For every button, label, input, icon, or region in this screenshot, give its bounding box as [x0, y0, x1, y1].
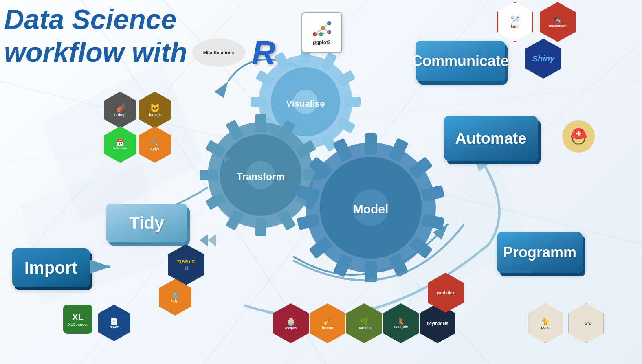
ggplot2-box: ggplot2 — [301, 12, 342, 53]
rsample-label: rsample — [394, 325, 408, 329]
xlconnect-icon: XL XLConnect — [63, 305, 92, 334]
svg-rect-19 — [344, 97, 361, 107]
ggplot2-label: ggplot2 — [313, 39, 330, 45]
helmet-icon: ⛑️ — [569, 128, 588, 145]
broom-icon: 🧹 — [323, 317, 332, 326]
rmarkdown-icon: ✒️ — [554, 16, 562, 24]
tidymodels-label: tidymodels — [427, 321, 449, 326]
stringr-label: stringr — [114, 113, 126, 117]
dplyr-icon: 🔧 — [151, 139, 159, 147]
forcats-label: forcats — [149, 113, 161, 117]
title-workflow-text: workflow with — [4, 37, 187, 68]
programm-box: Programm — [497, 232, 583, 273]
parsnip-icon: 🌿 — [360, 317, 369, 326]
automate-box: Automate — [444, 116, 538, 161]
lubridate-label: lubridate — [113, 147, 127, 150]
title-line1: Data Science — [4, 4, 275, 35]
tibble-label-top: TIBBLE — [177, 259, 196, 264]
page-title: Data Science workflow with MiraiSolution… — [4, 4, 275, 70]
knitr-icon: 🪡 — [510, 15, 519, 24]
r-logo: R — [252, 35, 276, 70]
tidyr-label: tidyr — [171, 298, 179, 303]
xlconnect-label: XLConnect — [68, 322, 88, 327]
yardstick-label: yardstick — [437, 291, 455, 295]
readr-label: readr — [110, 325, 119, 329]
knitr-label: knitr — [511, 24, 519, 29]
readr-icon: 📄 — [110, 317, 118, 325]
rsample-icon: 👢 — [398, 318, 405, 325]
taskscheduler-icon: ⛑️ — [562, 120, 595, 153]
svg-line-76 — [323, 28, 329, 32]
pipe-label: |>% — [581, 320, 591, 327]
svg-text:Visualise: Visualise — [286, 99, 325, 109]
title-line2: workflow with MiraiSolutions R — [4, 35, 275, 70]
mirai-logo: MiraiSolutions — [192, 38, 245, 67]
ggplot2-icon — [311, 20, 333, 38]
dplyr-label: dplyr — [150, 147, 159, 151]
svg-rect-32 — [255, 114, 266, 132]
svg-rect-48 — [365, 133, 377, 154]
svg-text:Transform: Transform — [237, 171, 284, 182]
import-box: Import — [12, 248, 90, 287]
svg-rect-38 — [255, 218, 266, 236]
tidyr-icon: ⚙️ — [172, 292, 179, 298]
lubridate-icon: 📅 — [116, 139, 124, 147]
tidy-box: Tidy — [106, 204, 187, 242]
stringr-icon: 🎻 — [115, 103, 125, 113]
tibble-icon: |||| — [184, 266, 188, 270]
svg-rect-25 — [251, 97, 267, 107]
shiny-label: Shiny — [532, 54, 554, 64]
purrr-label: purrr — [541, 325, 550, 329]
parsnip-label: parsnip — [358, 326, 371, 330]
svg-line-73 — [323, 23, 329, 28]
svg-rect-41 — [200, 170, 218, 180]
communicate-box: Communicate — [416, 41, 505, 81]
broom-label: broom — [322, 326, 333, 330]
purrr-icon: 🐈 — [541, 318, 550, 325]
rmarkdown-label: rmarkdown — [549, 24, 566, 28]
recipes-label: recipes — [285, 326, 297, 330]
recipes-icon: 🧁 — [286, 317, 295, 326]
mirai-text: MiraiSolutions — [203, 50, 234, 55]
forcats-icon: 🐱 — [150, 103, 160, 113]
xl-text: XL — [72, 312, 84, 322]
import-tidy-arrow — [90, 257, 114, 277]
svg-text:Model: Model — [353, 202, 389, 216]
